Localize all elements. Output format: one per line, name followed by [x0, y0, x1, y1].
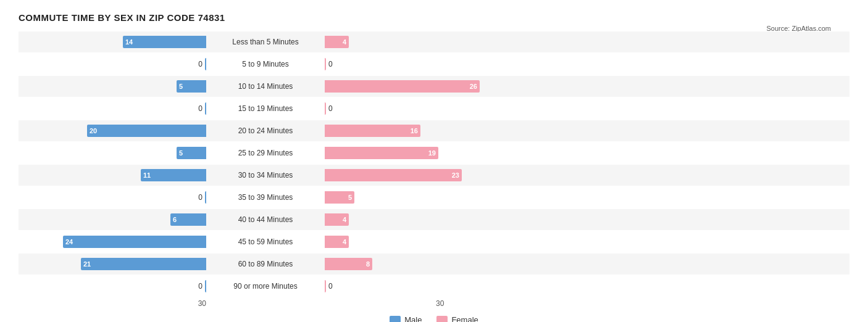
row-label: 90 or more Minutes: [210, 282, 321, 291]
female-value: 26: [467, 83, 480, 90]
female-bar-section: 0: [321, 102, 512, 115]
female-color-box: [436, 316, 448, 323]
chart-title: COMMUTE TIME BY SEX IN ZIP CODE 74831: [19, 12, 849, 23]
row-label: Less than 5 Minutes: [210, 38, 321, 46]
row-label: 35 to 39 Minutes: [210, 193, 321, 202]
row-label: 40 to 44 Minutes: [210, 215, 321, 224]
female-value: 16: [408, 127, 420, 134]
female-value: 19: [426, 149, 438, 157]
female-value: 23: [449, 171, 462, 179]
female-bar-section: 4: [321, 236, 512, 248]
female-bar-section: 19: [321, 147, 512, 159]
female-bar-section: 26: [321, 80, 512, 93]
female-bar-section: 23: [321, 169, 512, 181]
row-label: 10 to 14 Minutes: [210, 82, 321, 91]
male-bar-section: 21: [19, 258, 210, 270]
male-zero-value: 0: [190, 60, 202, 68]
male-bar-section: 14: [19, 36, 210, 48]
row-label: 15 to 19 Minutes: [210, 104, 321, 113]
male-bar-section: 5: [19, 147, 210, 159]
male-zero-value: 0: [190, 282, 202, 291]
legend-female: Female: [436, 315, 478, 322]
female-value: 5: [346, 194, 354, 201]
female-value: 4: [340, 38, 349, 46]
male-zero-value: 0: [190, 193, 202, 202]
male-value: 11: [141, 171, 153, 179]
male-bar-section: 5: [19, 80, 210, 93]
male-bar-section: 11: [19, 169, 210, 181]
axis-row: 30 30: [19, 299, 849, 308]
male-bar-section: 0: [19, 280, 210, 292]
row-label: 60 to 89 Minutes: [210, 260, 321, 268]
chart-row: 015 to 19 Minutes0: [19, 98, 849, 119]
chart-row: 525 to 29 Minutes19: [19, 142, 849, 163]
chart-row: 14Less than 5 Minutes4: [19, 31, 849, 52]
male-bar-section: 0: [19, 58, 210, 70]
chart-row: 1130 to 34 Minutes23: [19, 165, 849, 186]
chart-row: 035 to 39 Minutes5: [19, 187, 849, 208]
female-value: 4: [340, 238, 349, 246]
chart-row: 2160 to 89 Minutes8: [19, 254, 849, 275]
row-label: 30 to 34 Minutes: [210, 171, 321, 180]
chart-row: 05 to 9 Minutes0: [19, 54, 849, 75]
axis-left-value: 30: [19, 299, 210, 308]
legend: Male Female: [19, 315, 849, 322]
female-bar-section: 0: [321, 280, 512, 292]
male-zero-value: 0: [190, 104, 202, 113]
female-zero-value: 0: [328, 104, 341, 113]
male-bar-section: 24: [19, 236, 210, 248]
chart-row: 2445 to 59 Minutes4: [19, 231, 849, 252]
female-value: 4: [340, 216, 349, 223]
male-bar-section: 6: [19, 213, 210, 226]
female-bar-section: 4: [321, 213, 512, 226]
male-value: 6: [170, 216, 179, 223]
male-value: 5: [177, 83, 185, 90]
chart-row: 640 to 44 Minutes4: [19, 209, 849, 230]
chart-row: 2020 to 24 Minutes16: [19, 120, 849, 141]
female-bar-section: 4: [321, 36, 512, 48]
female-bar-section: 8: [321, 258, 512, 270]
chart-row: 090 or more Minutes0: [19, 276, 849, 297]
female-value: 8: [364, 260, 372, 268]
female-bar-section: 16: [321, 125, 512, 137]
male-value: 20: [87, 127, 99, 134]
female-zero-value: 0: [328, 282, 341, 291]
male-bar-section: 20: [19, 125, 210, 137]
male-bar-section: 0: [19, 191, 210, 204]
female-bar-section: 0: [321, 58, 512, 70]
male-color-box: [390, 316, 401, 323]
male-value: 21: [81, 260, 93, 268]
legend-male-label: Male: [404, 315, 422, 322]
chart-row: 510 to 14 Minutes26: [19, 76, 849, 97]
male-value: 24: [63, 238, 75, 246]
male-value: 5: [177, 149, 185, 157]
female-zero-value: 0: [328, 60, 341, 68]
legend-female-label: Female: [451, 315, 478, 322]
chart-area: 14Less than 5 Minutes405 to 9 Minutes051…: [19, 31, 849, 322]
male-value: 14: [123, 38, 135, 46]
legend-male: Male: [390, 315, 422, 322]
row-label: 20 to 24 Minutes: [210, 126, 321, 135]
row-label: 45 to 59 Minutes: [210, 237, 321, 246]
male-bar-section: 0: [19, 102, 210, 115]
row-label: 5 to 9 Minutes: [210, 60, 321, 68]
row-label: 25 to 29 Minutes: [210, 149, 321, 157]
axis-right-value: 30: [321, 299, 512, 308]
female-bar-section: 5: [321, 191, 512, 204]
